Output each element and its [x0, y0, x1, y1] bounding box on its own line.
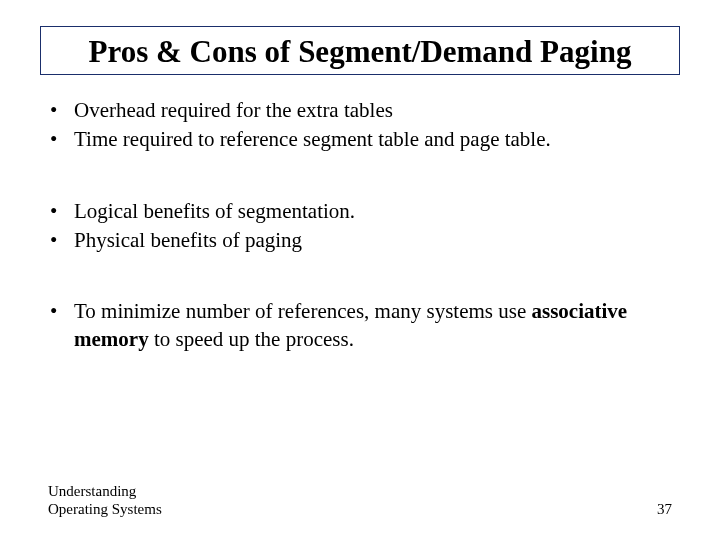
bullet-item: • Overhead required for the extra tables: [48, 97, 672, 124]
slide-title-box: Pros & Cons of Segment/Demand Paging: [40, 26, 680, 75]
bullet-text: Logical benefits of segmentation.: [74, 198, 672, 225]
bullet-text: To minimize number of references, many s…: [74, 298, 672, 353]
bullet-text-prefix: To minimize number of references, many s…: [74, 299, 531, 323]
bullet-marker: •: [48, 227, 74, 254]
bullet-marker: •: [48, 97, 74, 124]
bullet-marker: •: [48, 298, 74, 325]
slide-title: Pros & Cons of Segment/Demand Paging: [51, 33, 669, 70]
bullet-group: • Overhead required for the extra tables…: [48, 97, 672, 154]
bullet-group: • To minimize number of references, many…: [48, 298, 672, 353]
footer-left: Understanding Operating Systems: [48, 482, 162, 518]
bullet-item: • Physical benefits of paging: [48, 227, 672, 254]
footer-line2: Operating Systems: [48, 500, 162, 518]
bullet-text: Overhead required for the extra tables: [74, 97, 672, 124]
bullet-item: • To minimize number of references, many…: [48, 298, 672, 353]
bullet-text: Time required to reference segment table…: [74, 126, 672, 153]
slide-content: • Overhead required for the extra tables…: [48, 97, 672, 353]
bullet-item: • Logical benefits of segmentation.: [48, 198, 672, 225]
bullet-text-suffix: to speed up the process.: [149, 327, 354, 351]
slide-footer: Understanding Operating Systems 37: [48, 482, 672, 518]
bullet-item: • Time required to reference segment tab…: [48, 126, 672, 153]
bullet-text: Physical benefits of paging: [74, 227, 672, 254]
bullet-group: • Logical benefits of segmentation. • Ph…: [48, 198, 672, 255]
page-number: 37: [657, 501, 672, 518]
footer-line1: Understanding: [48, 482, 162, 500]
bullet-marker: •: [48, 198, 74, 225]
bullet-marker: •: [48, 126, 74, 153]
